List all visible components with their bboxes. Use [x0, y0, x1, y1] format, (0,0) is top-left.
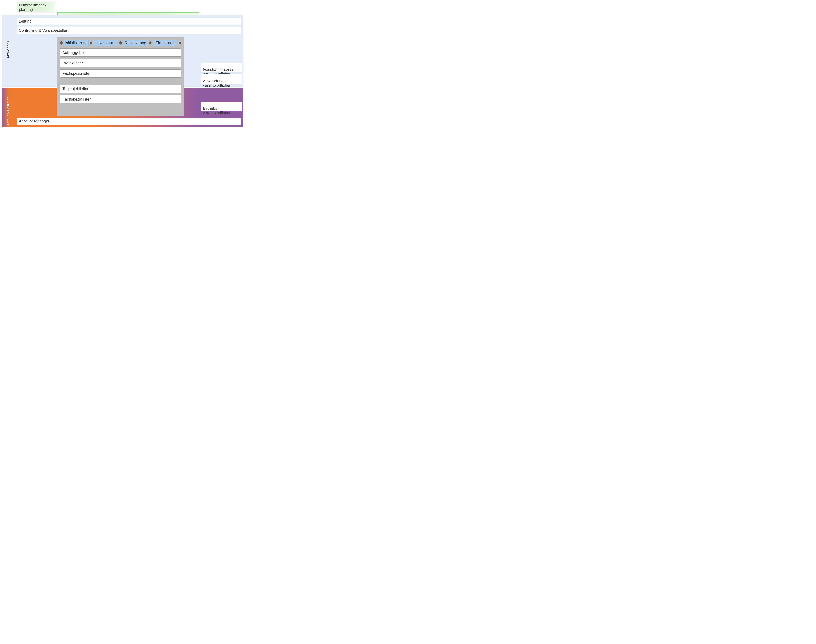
phase-konzept-label: Konzept	[99, 41, 113, 45]
phase-einfuehrung: Einführung	[153, 40, 178, 46]
milestone-diamond-icon	[119, 41, 122, 44]
role-account-manager-label: Account Manager	[19, 119, 49, 123]
role-av-label: Anwendungs- verantwortlicher	[203, 79, 230, 87]
role-account-manager: Account Manager	[17, 118, 241, 125]
milestone-diamond-icon	[149, 41, 152, 44]
role-teilprojektleiter: Teilprojektleiter	[60, 85, 181, 93]
role-projektleiter: Projektleiter	[60, 59, 181, 67]
role-fachspezialisten-anwender-label: Fachspezialisten	[62, 71, 92, 76]
phase-realisierung-label: Realisierung	[124, 41, 146, 45]
role-teilprojektleiter-label: Teilprojektleiter	[62, 86, 89, 91]
phase-initialisierung: Initialisierung	[64, 40, 89, 46]
role-controlling-label: Controlling & Vorgabestellen	[19, 28, 68, 33]
phase-realisierung: Realisierung	[123, 40, 148, 46]
role-bv-label: Betriebs- verantwortlicher	[203, 106, 230, 115]
role-fachspezialisten-ersteller-label: Fachspezialisten	[62, 97, 92, 101]
milestone-diamond-icon	[178, 41, 181, 44]
project-block: Initialisierung Konzept Realisierung Ein…	[57, 37, 184, 116]
phase-row: Initialisierung Konzept Realisierung Ein…	[60, 40, 181, 46]
role-leitung: Leitung	[17, 18, 241, 25]
role-projektleiter-label: Projektleiter	[62, 61, 83, 65]
milestone-diamond-icon	[60, 41, 63, 44]
roles-diagram: Unternehmens- planung Umsetzung der Unte…	[0, 0, 245, 128]
role-geschaeftsprozessverantwortlicher: Geschäftsprozess- verantwortlicher	[201, 63, 242, 72]
phase-konzept: Konzept	[93, 40, 118, 46]
role-leitung-label: Leitung	[19, 19, 32, 23]
role-controlling: Controlling & Vorgabestellen	[17, 27, 241, 34]
role-auftraggeber-label: Auftraggeber	[62, 50, 85, 55]
milestone-diamond-icon	[89, 41, 93, 44]
phase-initialisierung-label: Initialisierung	[65, 41, 88, 45]
header-planning: Unternehmens- planung	[17, 2, 55, 12]
role-betriebsverantwortlicher: Betriebs- verantwortlicher	[201, 101, 242, 111]
lane-ersteller-label: Ersteller/ Betreiber	[6, 92, 10, 128]
role-fachspezialisten-anwender: Fachspezialisten	[60, 69, 181, 78]
phase-einfuehrung-label: Einführung	[156, 41, 175, 45]
lane-anwender-label: Anwender	[6, 32, 11, 67]
role-fachspezialisten-ersteller: Fachspezialisten	[60, 95, 181, 103]
role-auftraggeber: Auftraggeber	[60, 49, 181, 57]
role-anwendungsverantwortlicher: Anwendungs- verantwortlicher	[201, 74, 242, 84]
header-planning-label: Unternehmens- planung	[17, 2, 55, 12]
